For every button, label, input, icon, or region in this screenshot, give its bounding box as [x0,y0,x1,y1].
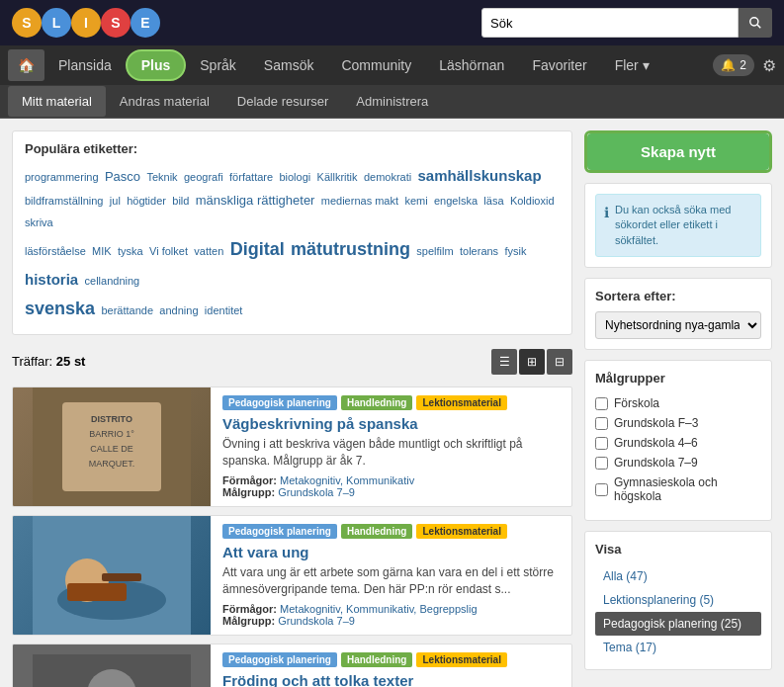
tag-tyska[interactable]: tyska [118,245,143,257]
logo-s2: S [101,8,131,38]
svg-point-0 [750,18,758,26]
tag-lasforstelse[interactable]: läsförståelse [25,245,86,257]
tag-koldioxid[interactable]: Koldioxid [510,195,555,207]
tag-vatten[interactable]: vatten [194,245,223,257]
nav-favoriter[interactable]: Favoriter [518,47,600,83]
resource-card: Pedagogisk planering Handledning Lektion… [12,644,572,687]
tag-geografi[interactable]: geografi [184,171,223,183]
header: S L I S E [0,0,784,45]
card-body: Pedagogisk planering Handledning Lektion… [211,644,571,687]
tag-tolerans[interactable]: tolerans [460,245,498,257]
tag-berattande[interactable]: berättande [101,304,153,316]
filter-grundskola-46[interactable]: Grundskola 4–6 [595,433,761,453]
visa-list: Alla (47) Lektionsplanering (5) Pedagogi… [595,564,761,659]
tag-historia[interactable]: historia [25,271,78,288]
card-title[interactable]: Fröding och att tolka texter [222,672,560,687]
tag-demokrati[interactable]: demokrati [364,171,411,183]
search-button[interactable] [739,8,772,38]
tag-spelfilm[interactable]: spelfilm [416,245,453,257]
visa-tema[interactable]: Tema (17) [595,636,761,659]
nav-lashornan[interactable]: Läshörnan [425,47,518,83]
tag-pedagogisk-planering: Pedagogisk planering [222,524,337,539]
sort-section: Sortera efter: Nyhetsordning nya-gamla N… [584,278,772,350]
tag-mik[interactable]: MIK [92,245,112,257]
list-view-button[interactable]: ☰ [491,349,517,375]
tag-pedagogisk-planering: Pedagogisk planering [222,395,337,410]
search-input[interactable] [481,8,739,38]
visa-lektionsplanering[interactable]: Lektionsplanering (5) [595,588,761,612]
filter-checkbox[interactable] [595,483,608,496]
nav-fler[interactable]: Fler ▾ [601,47,663,83]
tag-identitet[interactable]: identitet [205,304,243,316]
tag-forfattare[interactable]: författare [229,171,273,183]
tag-lasa[interactable]: läsa [483,195,503,207]
view-toggle: ☰ ⊞ ⊟ [491,349,572,375]
settings-icon[interactable]: ⚙ [762,56,776,75]
formaga-link[interactable]: Metakognitiv, Kommunikativ [280,474,414,486]
filter-checkbox[interactable] [595,417,608,430]
tag-bild[interactable]: bild [172,195,189,207]
tag-engelska[interactable]: engelska [434,195,478,207]
tag-kemi[interactable]: kemi [404,195,427,207]
results-count: Träffar: 25 st [12,354,85,369]
filter-checkbox[interactable] [595,437,608,450]
filter-group: Förskola Grundskola F–3 Grundskola 4–6 G… [595,393,761,506]
tag-jul[interactable]: jul [110,195,121,207]
malgrupp-link[interactable]: Grundskola 7–9 [278,615,355,627]
sort-select[interactable]: Nyhetsordning nya-gamla Nyhetsordning ga… [595,311,761,339]
nav-community[interactable]: Community [327,47,425,83]
create-new-button[interactable]: Skapa nytt [587,133,769,170]
nav-home[interactable]: 🏠 [8,49,44,81]
tag-svenska[interactable]: svenska [25,299,95,318]
tag-pasco[interactable]: Pasco [105,169,140,184]
tag-kallkritik[interactable]: Källkritik [317,171,358,183]
subnav-delade-resurser[interactable]: Delade resurser [223,86,343,117]
svg-text:MARQUET.: MARQUET. [89,459,135,469]
filter-checkbox[interactable] [595,397,608,410]
tag-handledning: Handledning [341,652,413,667]
filter-grundskola-f3[interactable]: Grundskola F–3 [595,413,761,433]
nav-sprak[interactable]: Språk [186,47,250,83]
tag-hogtider[interactable]: högtider [127,195,166,207]
svg-text:CALLE DE: CALLE DE [90,444,133,454]
tag-manskliga-rattigheter[interactable]: mänskliga rättigheter [196,193,315,208]
resource-card: DISTRITO BARRIO 1° CALLE DE MARQUET. Ped… [12,386,572,507]
tag-teknik[interactable]: Teknik [146,171,177,183]
tag-cellandning[interactable]: cellandning [85,275,140,287]
tag-biologi[interactable]: biologi [279,171,310,183]
nav-plus[interactable]: Plus [126,49,187,81]
tag-fysik[interactable]: fysik [504,245,526,257]
tag-digital[interactable]: Digital [230,239,285,259]
filter-gymnasieskola[interactable]: Gymnasieskola och högskola [595,472,761,506]
filter-checkbox[interactable] [595,457,608,470]
malgrupp-link[interactable]: Grundskola 7–9 [278,486,355,498]
tag-programmering[interactable]: programmering [25,171,99,183]
sort-info-section: ℹ Du kan också söka med sökordet eller e… [584,183,772,268]
subnav-andras-material[interactable]: Andras material [106,86,223,117]
tag-matutrustning[interactable]: mätutrustning [291,239,410,259]
tag-bildframstallning[interactable]: bildframställning [25,195,103,207]
card-title[interactable]: Att vara ung [222,544,560,560]
grid-view-button[interactable]: ⊞ [519,349,545,375]
tag-andning[interactable]: andning [159,304,198,316]
formaga-link[interactable]: Metakognitiv, Kommunikativ, Begreppslig [280,603,478,615]
tag-skriva[interactable]: skriva [25,216,53,228]
filter-grundskola-79[interactable]: Grundskola 7–9 [595,453,761,472]
visa-pedagogisk-planering[interactable]: Pedagogisk planering (25) [595,612,761,636]
notifications-button[interactable]: 🔔 2 [713,54,754,76]
filter-forskola[interactable]: Förskola [595,393,761,413]
card-title[interactable]: Vägbeskrivning på spanska [222,415,560,432]
info-icon: ℹ [604,204,609,248]
tag-vi-folket[interactable]: Vi folket [149,245,188,257]
subnav-administrera[interactable]: Administrera [342,86,442,117]
tag-mediernas-makt[interactable]: mediernas makt [321,195,398,207]
nav-samsok[interactable]: Samsök [250,47,328,83]
tag-samhallskunskap[interactable]: samhällskunskap [418,167,542,184]
compact-view-button[interactable]: ⊟ [547,349,572,375]
card-image [13,644,211,687]
card-image [13,516,211,635]
logo-i: I [71,8,101,38]
nav-plansida[interactable]: Plansida [44,47,126,83]
visa-alla[interactable]: Alla (47) [595,564,761,588]
subnav-mitt-material[interactable]: Mitt material [8,86,106,117]
